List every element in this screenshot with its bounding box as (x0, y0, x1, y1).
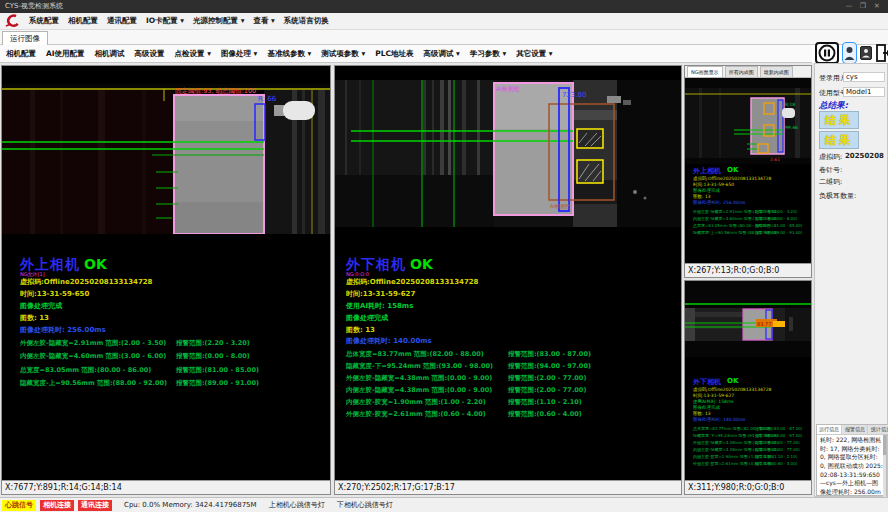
mini-measurement-row: 内侧左胶-胶宽=1.90mm 范围:(1.00 - 2.20)报警范围:(1.1… (693, 454, 811, 459)
total-result-box-lower: 结果 (819, 131, 859, 149)
camera-link-status-badge: 相机连接 (40, 500, 74, 511)
tab-all-images[interactable]: 所有内成图 (725, 66, 758, 77)
menu-item-comm-config[interactable]: 通讯配置 (107, 16, 137, 26)
minimize-button[interactable]: — (842, 0, 856, 13)
ng-camera-thumbnail[interactable]: R:18 99.46 2.61 (685, 78, 811, 164)
main-area: R: 66 固定阈值:93, 动态阈值:100 外上相机 OK NG允许[1] … (0, 63, 888, 497)
mini-result-barcode: 虚拟码:Offline20250208133134728 (693, 176, 771, 181)
result-ai-time: 使用AI耗时: 158ms (346, 301, 413, 311)
barcode-value: 20250208 (845, 152, 884, 160)
info-scrollbar[interactable] (883, 435, 886, 497)
mini-result-status: OK (727, 377, 738, 385)
measurement-row: 内侧左胶-隐藏宽=4.60mm 范围:(3.00 - 6.00)报警范围:(0.… (20, 352, 320, 361)
result-elapsed: 图像处理耗时: 140.00ms (346, 336, 432, 346)
app-window: CYS-视觉检测系统 —❐✕ 系统配置 相机配置 通讯配置 IO卡配置 ▾ 光源… (0, 0, 888, 522)
tab-alarm-info[interactable]: 报警信息 (843, 425, 868, 434)
exit-button[interactable] (875, 43, 888, 63)
white-connector (782, 108, 795, 118)
tool-spot-check[interactable]: 点检设置 ▾ (175, 49, 211, 59)
model-value: Model1 (843, 87, 885, 97)
measurement-row: 内侧左胶-胶宽=1.90mm 范围:(1.00 - 2.20)报警范围:(1.1… (346, 398, 666, 407)
login-user-value: cys (843, 72, 885, 82)
roi-mini-label: R:18 (785, 102, 795, 107)
heartbeat-status-badge: 心跳信号 (2, 500, 36, 511)
qr-code-label: 二维码: (819, 177, 842, 187)
tool-baseline-params[interactable]: 基准线参数 ▾ (267, 49, 311, 59)
result-elapsed: 图像处理耗时: 256.00ms (20, 325, 106, 335)
mini-result-ai-time: 使用AI耗时: 158ms (693, 399, 734, 404)
mini-result-elapsed: 图像处理耗时: 256.00ms (693, 200, 745, 205)
secondary-camera-thumbnail[interactable]: 83.77 (685, 281, 811, 357)
roll-needle-label: 卷针号: (819, 165, 842, 175)
result-done: 图像处理完成 (20, 301, 62, 311)
maximize-button[interactable]: ❐ (856, 0, 870, 13)
tool-ai-usage[interactable]: AI使用配置 (46, 49, 85, 59)
tool-camera-debug[interactable]: 相机调试 (95, 49, 125, 59)
close-button[interactable]: ✕ (870, 0, 884, 13)
comm-link-status-badge: 通讯连接 (78, 500, 112, 511)
mini-measurement-row: 总体宽度=83.77mm 范围:(82.00 - 88.00)报警范围:(83.… (693, 426, 811, 431)
menu-item-language[interactable]: 系统语言切换 (284, 16, 329, 26)
blue-roi-value: 723.80 (562, 91, 587, 99)
tab-run-image[interactable]: 运行图像 (2, 31, 48, 45)
control-panel: 登录用户: cys 使用型号: Model1 总结果: 结果 结果 虚拟码: 2… (814, 63, 888, 497)
mini-measurement-row: 内侧左胶-隐藏宽=4.60mm 范围:(3.00 - 6.00)报警范围:(0.… (693, 216, 811, 221)
ai-box-label: AI检测框 (496, 85, 520, 92)
tool-advanced-debug[interactable]: 高级调试 ▾ (423, 49, 459, 59)
result-status: OK (410, 256, 433, 272)
measurement-row: 外侧左胶-隐藏宽=2.91mm 范围:(2.00 - 3.50)报警范围:(2.… (20, 339, 320, 348)
secondary-thumbnail-panel: 83.77 外下相机 OK 虚拟码:Offline202502081331347… (684, 280, 812, 495)
tab-latest-images[interactable]: 最新内成图 (760, 66, 793, 77)
lower-camera-panel: 723.80 AI检测框 AI检测区 外下相机 OK NG:0;O:0 虚拟码:… (334, 65, 682, 495)
upper-camera-image[interactable]: R: 66 固定阈值:93, 动态阈值:100 (2, 84, 330, 234)
mini-measurement-row: 外侧左胶-隐藏宽=4.38mm 范围:(0.00 - 9.00)报警范围:(2.… (693, 440, 811, 445)
mini-result-title: 外上相机 (693, 166, 721, 176)
control-buttons (815, 42, 888, 64)
user-settings-button[interactable] (860, 46, 872, 60)
title-bar: CYS-视觉检测系统 —❐✕ (0, 0, 888, 13)
mini-measurement-row: 外侧左胶-隐藏宽=2.91mm 范围:(2.00 - 3.50)报警范围:(2.… (693, 209, 811, 214)
pause-button[interactable] (815, 42, 839, 64)
tool-plc-address[interactable]: PLC地址表 (375, 49, 413, 59)
menu-item-view[interactable]: 查看 ▾ (253, 16, 274, 26)
mini-measurement-row: 隐藏宽度-下=95.24mm 范围:(93.00 - 98.00)报警范围:(9… (693, 433, 811, 438)
ng-display-tabs: NG画面显示 所有内成图 最新内成图 (685, 66, 811, 78)
tool-image-process[interactable]: 图像处理 ▾ (221, 49, 257, 59)
tool-other-settings[interactable]: 其它设置 ▾ (516, 49, 552, 59)
measurement-row: 总宽度=83.05mm 范围:(80.00 - 86.00)报警范围:(81.0… (20, 366, 320, 375)
result-frames: 图数: 13 (20, 313, 49, 323)
upper-camera-heartbeat-label: 上相机心跳信号灯 (269, 500, 325, 510)
white-connector (283, 101, 315, 120)
user-button[interactable] (842, 42, 857, 64)
mini-result-done: 图像处理完成 (693, 188, 720, 193)
tool-test-params[interactable]: 测试项参数 ▾ (321, 49, 365, 59)
roi-mini-label: 83.77 (757, 321, 771, 327)
blue-roi-label: R: 66 (258, 95, 277, 103)
menu-item-system-config[interactable]: 系统配置 (29, 16, 59, 26)
mini-result-title: 外下相机 (693, 377, 721, 387)
user-gear-icon (861, 47, 871, 59)
exit-door-icon (875, 43, 888, 63)
tab-stats-info[interactable]: 统计信息 (869, 425, 888, 434)
tab-run-info[interactable]: 运行信息 (817, 425, 842, 434)
measurement-row: 外侧左胶-胶宽=2.61mm 范围:(0.60 - 4.00)报警范围:(0.6… (346, 410, 666, 419)
tool-advanced-settings[interactable]: 高级设置 (135, 49, 165, 59)
mini-measurement-row: 内侧左胶-隐藏宽=4.38mm 范围:(0.00 - 9.00)报警范围:(2.… (693, 447, 811, 452)
lower-camera-image[interactable]: 723.80 AI检测框 AI检测区 (335, 80, 681, 227)
menu-item-camera-config[interactable]: 相机配置 (68, 16, 98, 26)
user-icon (843, 43, 856, 63)
mini-result-frames: 图数: 13 (693, 194, 711, 199)
toolbar: 相机配置 AI使用配置 相机调试 高级设置 点检设置 ▾ 图像处理 ▾ 基准线参… (0, 45, 812, 63)
pixel-coords-bar: X:7677;Y:891;R:14;G:14;B:14 (2, 480, 330, 494)
menu-item-light-config[interactable]: 光源控制配置 ▾ (193, 16, 244, 26)
mini-result-barcode: 虚拟码:Offline20250208133134728 (693, 387, 771, 392)
tab-count-label: 负极耳数量: (819, 191, 856, 201)
mini-result-done: 图像处理完成 (693, 405, 720, 410)
tab-ng-display[interactable]: NG画面显示 (687, 66, 723, 77)
pixel-coords-bar: X:270;Y:2502;R:17;G:17;B:17 (335, 480, 681, 494)
menu-item-io-config[interactable]: IO卡配置 ▾ (146, 16, 184, 26)
menu-bar: 系统配置 相机配置 通讯配置 IO卡配置 ▾ 光源控制配置 ▾ 查看 ▾ 系统语… (0, 13, 888, 30)
tool-camera-config[interactable]: 相机配置 (6, 49, 36, 59)
run-info-box: 运行信息 报警信息 统计信息 耗时: 222, 网络检测耗时: 17, 网络分类… (816, 424, 887, 496)
tool-learning-params[interactable]: 学习参数 ▾ (470, 49, 506, 59)
